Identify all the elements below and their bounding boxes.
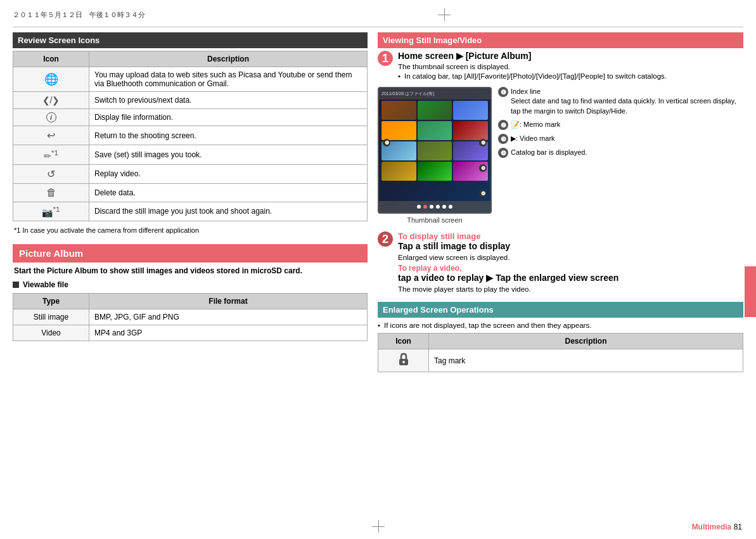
viewable-file-label: Viewable file <box>23 280 68 289</box>
tag-icon <box>397 353 410 367</box>
annotation-marker-3: ❸ <box>479 164 487 172</box>
crosshair-bottom <box>372 520 385 533</box>
icon-cell: 📷*1 <box>13 202 89 221</box>
enlarged-ops-section: Enlarged Screen Operations If icons are … <box>378 302 743 372</box>
thumbnail-screen: 2011/03/28 はファイル(有) <box>378 87 492 214</box>
save-icon: ✏*1 <box>44 151 58 161</box>
catalog-dot <box>449 205 452 209</box>
catalog-dot-active <box>423 205 427 209</box>
main-layout: Review Screen Icons Icon Description 🌐 Y… <box>0 32 756 372</box>
thumbnail-grid <box>379 88 490 183</box>
description-cell: Display file information. <box>89 109 368 126</box>
type-cell: Still image <box>13 309 89 325</box>
step2-number: 2 <box>378 231 393 247</box>
annotation-text-2: 📝: Memo mark <box>511 120 560 129</box>
step2-row: 2 To display still image Tap a still ima… <box>378 231 743 293</box>
icon-cell: ✏*1 <box>13 145 89 165</box>
description-cell: Return to the shooting screen. <box>89 126 368 145</box>
icon-cell: ↩ <box>13 126 89 145</box>
return-icon: ↩ <box>47 130 55 141</box>
table-row: ↩ Return to the shooting screen. <box>13 126 368 145</box>
step1-title: Home screen ▶ [Picture Album] <box>398 51 743 61</box>
table-row: 📷*1 Discard the still image you just too… <box>13 202 368 221</box>
review-screen-icons-header: Review Screen Icons <box>13 32 368 48</box>
table-row: 🗑 Delete data. <box>13 183 368 202</box>
thumb-cell <box>418 162 452 181</box>
annotation-marker-1: ❶ <box>383 139 390 146</box>
catalog-dot <box>436 205 440 209</box>
table-row: 🌐 You may upload data to web sites such … <box>13 67 368 92</box>
annotation-item-2: ❷ 📝: Memo mark <box>498 120 743 130</box>
format-cell: BMP, JPG, GIF and PNG <box>89 309 368 325</box>
annotation-circle-1: ❶ <box>498 87 508 97</box>
thumb-cell <box>418 141 452 160</box>
table-row: Tag mark <box>378 349 743 372</box>
icon-cell: ↺ <box>13 164 89 183</box>
annotation-item-4: ❹ Catalog bar is displayed. <box>498 148 743 158</box>
description-cell: Save (set) still images you took. <box>89 145 368 165</box>
right-column: Viewing Still Image/Video 1 Home screen … <box>378 32 743 372</box>
annotation-text-4: Catalog bar is displayed. <box>511 148 587 157</box>
step1-bullet1: In catalog bar, tap [All]/[Favorite]/[Ph… <box>398 72 743 80</box>
annotation-circle-3: ❸ <box>498 134 508 144</box>
thumb-cell <box>381 121 416 140</box>
svg-point-1 <box>402 361 405 363</box>
step2-content: To display still image Tap a still image… <box>398 231 743 293</box>
icon-col-header: Icon <box>378 334 429 349</box>
to-display-label: To display still image <box>398 231 743 241</box>
catalog-dot <box>430 205 433 209</box>
thumbnail-container: 2011/03/28 はファイル(有) <box>378 87 492 224</box>
type-cell: Video <box>13 325 89 341</box>
enlarged-ops-bullet: If icons are not displayed, tap the scre… <box>378 321 743 329</box>
description-cell: Delete data. <box>89 183 368 202</box>
red-tab <box>745 266 756 317</box>
step1-content: Home screen ▶ [Picture Album] The thumbn… <box>398 51 743 82</box>
screen-top-bar: 2011/03/28 はファイル(有) <box>379 88 490 100</box>
page-footer: Multimedia 81 <box>692 523 742 531</box>
thumb-cell <box>381 162 416 181</box>
replay-icon: ↺ <box>47 169 55 179</box>
annotation-text-1: Index line Select date and tag to find w… <box>511 87 743 116</box>
to-replay-label: To replay a video, <box>398 264 743 273</box>
thumb-cell <box>453 101 488 120</box>
icon-cell: 🗑 <box>13 183 89 202</box>
prevnext-icon: ❮/❯ <box>42 95 60 105</box>
icon-cell: 🌐 <box>13 67 89 92</box>
table-row: ❮/❯ Switch to previous/next data. <box>13 92 368 109</box>
step1-row: 1 Home screen ▶ [Picture Album] The thum… <box>378 51 743 82</box>
type-col-header: Type <box>13 294 89 309</box>
thumbnail-area: 2011/03/28 はファイル(有) <box>378 87 743 224</box>
annotation-item-3: ❸ ▶: Video mark <box>498 134 743 144</box>
footer-page: 81 <box>734 523 742 531</box>
table-row: ✏*1 Save (set) still images you took. <box>13 145 368 165</box>
page-divider <box>13 27 743 27</box>
page-header: ２０１１年５月１２日 午後１０時３４分 <box>0 0 756 27</box>
upload-icon: 🌐 <box>44 73 58 86</box>
tap-title: Tap a still image to display <box>398 241 743 251</box>
thumb-cell <box>381 101 416 120</box>
description-cell: Switch to previous/next data. <box>89 92 368 109</box>
annotation-marker-4: ❹ <box>479 190 487 197</box>
catalog-bar <box>379 201 490 212</box>
left-column: Review Screen Icons Icon Description 🌐 Y… <box>13 32 368 372</box>
icon-cell: i <box>13 109 89 126</box>
annotation-circle-4: ❹ <box>498 148 508 158</box>
review-icons-table: Icon Description 🌐 You may upload data t… <box>13 51 368 221</box>
description-cell: Discard the still image you just took an… <box>89 202 368 221</box>
step1-desc1: The thumbnail screen is displayed. <box>398 63 743 70</box>
icon-cell: ❮/❯ <box>13 92 89 109</box>
description-col-header: Description <box>89 51 368 67</box>
enlarged-icon-table: Icon Description <box>378 333 743 372</box>
file-format-table: Type File format Still image BMP, JPG, G… <box>13 293 368 341</box>
thumbnail-label: Thumbnail screen <box>378 216 492 224</box>
catalog-dot <box>442 205 446 209</box>
enlarged-desc: Enlarged view screen is displayed. <box>398 254 743 261</box>
format-cell: MP4 and 3GP <box>89 325 368 341</box>
format-col-header: File format <box>89 294 368 309</box>
annotation-circle-2: ❷ <box>498 120 508 130</box>
icon-cell <box>378 349 429 372</box>
header-date: ２０１１年５月１２日 午後１０時３４分 <box>13 10 145 20</box>
table-row: Video MP4 and 3GP <box>13 325 368 341</box>
step1-number: 1 <box>378 51 393 66</box>
footnote: *1 In case you activate the camera from … <box>13 226 368 234</box>
